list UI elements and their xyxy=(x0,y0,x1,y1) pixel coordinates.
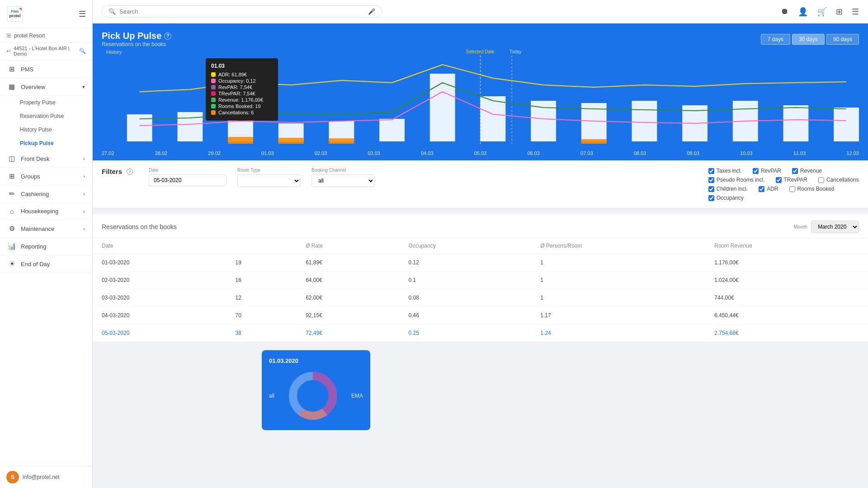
avatar: S xyxy=(6,471,19,483)
sidebar-footer: S info@protel.net xyxy=(0,466,92,488)
cell-rate: 64,00€ xyxy=(297,272,399,289)
cancellations-checkbox[interactable]: Cancellations xyxy=(818,177,859,183)
7-days-button[interactable]: 7 days xyxy=(761,34,790,45)
maintenance-icon: ⚙ xyxy=(7,225,16,233)
month-selector: Month March 2020 xyxy=(793,221,859,233)
title-info-icon[interactable]: ? xyxy=(164,33,171,40)
microphone-icon: 🎤 xyxy=(368,8,375,15)
sidebar-item-property-pulse[interactable]: Property Pulse xyxy=(0,96,92,109)
selected-date-label: Selected Date xyxy=(466,49,495,55)
account-selector[interactable]: ↩ 44521 - L'Hotel Bon AIR | Demo 🔍 xyxy=(0,43,92,61)
cell-persons: 1 xyxy=(531,289,705,307)
sidebar-header: PMS protel ☰ xyxy=(0,0,92,28)
90-days-button[interactable]: 90 days xyxy=(826,34,859,45)
table-row: 04-03-2020 70 92,15€ 0.46 1.17 6.450,44€ xyxy=(93,307,868,324)
room-type-filter-group: Room Type xyxy=(237,168,301,187)
donut-popup: 01.03.2020 all EMA xyxy=(262,350,370,430)
menu-icon[interactable]: ☰ xyxy=(852,7,859,17)
cell-persons: 1 xyxy=(531,254,705,272)
month-select[interactable]: March 2020 xyxy=(811,221,859,233)
col-revenue: Room Revenue xyxy=(705,238,868,254)
pseudo-rooms-checkbox[interactable]: Pseudo Rooms incl. xyxy=(708,177,765,183)
col-date: Date xyxy=(93,238,226,254)
children-incl-checkbox[interactable]: Children incl. xyxy=(708,186,748,192)
svg-rect-11 xyxy=(379,119,405,141)
person-icon[interactable]: 👤 xyxy=(798,7,808,17)
svg-rect-13 xyxy=(481,96,506,141)
search-box[interactable]: 🔍 🎤 xyxy=(102,5,382,18)
sidebar-item-pms[interactable]: ⊞ PMS xyxy=(0,61,92,78)
hamburger-button[interactable]: ☰ xyxy=(79,9,86,19)
taxes-incl-checkbox[interactable]: Taxes incl. xyxy=(708,168,742,174)
date-filter-input[interactable] xyxy=(149,174,226,186)
reporting-icon: 📊 xyxy=(7,242,16,250)
grid-icon[interactable]: ⊞ xyxy=(836,7,843,17)
occupancy-color xyxy=(211,79,216,83)
sidebar: PMS protel ☰ ⊞ protel Resort ↩ 44521 - L… xyxy=(0,0,93,488)
booking-channel-filter-group: Booking Channel all xyxy=(311,168,375,187)
sidebar-item-end-of-day[interactable]: ☀ End of Day xyxy=(0,255,92,273)
search-input[interactable] xyxy=(119,8,364,15)
sidebar-item-reservation-pulse[interactable]: Reservation Pulse xyxy=(0,109,92,123)
adr-checkbox[interactable]: ADR xyxy=(759,186,778,192)
donut-left-label: all xyxy=(269,393,274,399)
room-type-select[interactable] xyxy=(237,174,301,187)
filters-section: Filters ? Date Room Type Booking Channel xyxy=(93,160,868,209)
sidebar-item-reporting[interactable]: 📊 Reporting xyxy=(0,238,92,255)
sidebar-item-front-desk[interactable]: ◫ Front Desk › xyxy=(0,150,92,168)
overview-arrow: ▾ xyxy=(82,84,85,90)
cell-rate: 72,49€ xyxy=(297,324,399,342)
search-icon: 🔍 xyxy=(108,8,116,15)
30-days-button[interactable]: 30 days xyxy=(792,34,825,45)
cell-date: 03-03-2020 xyxy=(93,289,226,307)
sidebar-item-history-pulse[interactable]: History Pulse xyxy=(0,123,92,136)
table-section: Reservations on the books Month March 20… xyxy=(93,214,868,342)
cell-date: 02-03-2020 xyxy=(93,272,226,289)
revenue-checkbox[interactable]: Revenue xyxy=(792,168,822,174)
chart-x-labels: 27.02 28.02 29.02 01.03 02.03 03.03 04.0… xyxy=(102,149,859,156)
overview-icon: ▦ xyxy=(7,83,16,91)
sidebar-item-maintenance[interactable]: ⚙ Maintenance › xyxy=(0,220,92,238)
table-body: 01-03-2020 19 61,89€ 0.12 1 1.176,00€ 02… xyxy=(93,254,868,342)
cart-icon[interactable]: 🛒 xyxy=(817,7,827,17)
sidebar-item-pickup-pulse[interactable]: Pickup Pulse xyxy=(0,136,92,150)
end-of-day-icon: ☀ xyxy=(7,260,16,268)
filters-info-icon[interactable]: ? xyxy=(127,169,133,175)
logo-area: PMS protel xyxy=(6,5,24,23)
cashiering-arrow: › xyxy=(83,191,85,197)
cell-rate: 62,00€ xyxy=(297,289,399,307)
date-filter-group: Date xyxy=(149,168,226,186)
pms-icon: ⊞ xyxy=(7,65,16,73)
sidebar-item-overview[interactable]: ▦ Overview ▾ xyxy=(0,78,92,96)
checkbox-row-4: Occupancy xyxy=(708,195,859,201)
booking-channel-select[interactable]: all xyxy=(311,174,375,187)
rooms-booked-checkbox[interactable]: Rooms Booked xyxy=(789,186,835,192)
sidebar-item-groups[interactable]: ⊞ Groups › xyxy=(0,168,92,185)
cell-occupancy: 0.25 xyxy=(400,324,532,342)
record-icon[interactable]: ⏺ xyxy=(781,7,789,16)
property-name: ⊞ protel Resort xyxy=(0,28,92,43)
sidebar-item-cashiering[interactable]: ✏ Cashiering › xyxy=(0,185,92,203)
chart-tooltip: 01.03 ADR: 61,89€ Occupancy: 0,12 RevPAR… xyxy=(206,58,278,121)
cancellations-color xyxy=(211,110,216,115)
svg-rect-16 xyxy=(632,101,657,141)
cell-occupancy: 0.12 xyxy=(400,254,532,272)
cell-persons: 1.17 xyxy=(531,307,705,324)
occupancy-checkbox[interactable]: Occupancy xyxy=(708,195,744,201)
trevpar-checkbox[interactable]: TRevPAR xyxy=(776,177,807,183)
cell-rate: 61,89€ xyxy=(297,254,399,272)
cell-rooms: 19 xyxy=(226,254,297,272)
cell-occupancy: 0.08 xyxy=(400,289,532,307)
date-filter-label: Date xyxy=(149,168,226,173)
cell-rooms: 12 xyxy=(226,289,297,307)
col-persons: Ø Persons/Room xyxy=(531,238,705,254)
tooltip-row-occupancy: Occupancy: 0,12 xyxy=(211,78,273,84)
sidebar-item-housekeeping[interactable]: ⌂ Housekeeping › xyxy=(0,203,92,220)
svg-point-28 xyxy=(301,384,325,408)
filter-checkboxes: Taxes incl. RevPAR Revenue Pseudo Rooms … xyxy=(708,168,859,201)
cell-revenue: 1.176,00€ xyxy=(705,254,868,272)
filters-title: Filters ? xyxy=(102,168,138,175)
svg-rect-24 xyxy=(581,139,607,144)
maintenance-arrow: › xyxy=(83,226,85,231)
revpar-checkbox[interactable]: RevPAR xyxy=(753,168,781,174)
